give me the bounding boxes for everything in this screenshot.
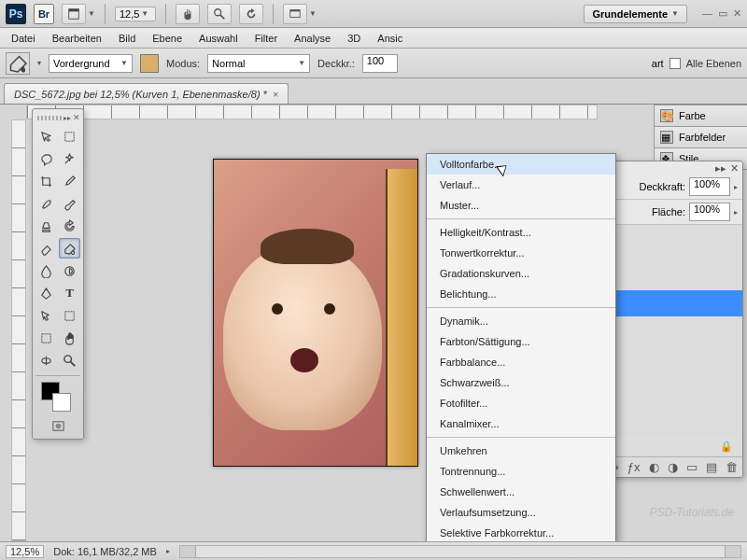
menu-separator: [427, 218, 615, 219]
eraser-tool[interactable]: [35, 238, 57, 259]
menu-item[interactable]: Helligkeit/Kontrast...: [427, 222, 615, 243]
document-tab[interactable]: DSC_5672.jpg bei 12,5% (Kurven 1, Ebenen…: [4, 83, 289, 104]
brush-tool[interactable]: [59, 193, 80, 214]
3d-rotate-tool[interactable]: [35, 350, 57, 371]
menu-analyse[interactable]: Analyse: [287, 31, 338, 46]
magic-wand-tool[interactable]: [59, 148, 80, 169]
history-brush-tool[interactable]: [59, 216, 80, 236]
doc-arrange-menu[interactable]: ▼: [62, 4, 95, 24]
hand-tool[interactable]: [59, 328, 80, 348]
window-restore-icon[interactable]: ▭: [718, 7, 727, 20]
dodge-tool[interactable]: [59, 260, 80, 281]
window-close-icon[interactable]: ✕: [733, 7, 741, 20]
status-zoom-field[interactable]: 12,5%: [6, 545, 44, 558]
panel-collapse-icon[interactable]: ▸▸: [715, 162, 726, 175]
type-tool[interactable]: T: [59, 283, 80, 303]
menu-filter[interactable]: Filter: [247, 31, 285, 46]
adjustment-layer-icon[interactable]: ◑: [668, 460, 678, 474]
layer-opacity-field[interactable]: 100%: [689, 177, 730, 196]
blend-mode-label: Modus:: [166, 58, 200, 69]
app-logo-photoshop[interactable]: Ps: [6, 4, 26, 24]
menu-item[interactable]: Tontrennung...: [427, 461, 615, 482]
menu-bearbeiten[interactable]: Bearbeiten: [45, 31, 109, 46]
menu-datei[interactable]: Datei: [4, 31, 43, 46]
delete-layer-icon[interactable]: 🗑: [726, 460, 738, 474]
panel-tab-farbfelder[interactable]: ▦Farbfelder: [654, 126, 747, 148]
panel-close-icon[interactable]: ✕: [73, 113, 80, 122]
menu-item[interactable]: Dynamik...: [427, 311, 615, 331]
menu-ebene[interactable]: Ebene: [145, 31, 190, 46]
crop-tool[interactable]: [35, 171, 57, 191]
new-layer-icon[interactable]: ▤: [706, 460, 717, 474]
fill-source-value: Vordergrund: [53, 58, 110, 69]
hand-tool-shortcut[interactable]: [176, 4, 200, 24]
zoom-tool-shortcut[interactable]: [207, 4, 232, 24]
app-logo-bridge[interactable]: Br: [34, 4, 54, 24]
healing-brush-tool[interactable]: [35, 193, 57, 214]
lock-icon[interactable]: 🔒: [720, 441, 733, 453]
menu-item[interactable]: Volltonfarbe...: [427, 154, 615, 175]
background-color-swatch[interactable]: [52, 393, 71, 412]
document-canvas[interactable]: [213, 159, 418, 467]
active-tool-icon[interactable]: [6, 52, 30, 75]
menu-item[interactable]: Farbton/Sättigung...: [427, 331, 615, 352]
status-menu-icon[interactable]: ▸: [166, 547, 170, 555]
lasso-tool[interactable]: [35, 148, 57, 169]
panel-collapse-icon[interactable]: ▸▸: [63, 114, 71, 122]
menu-item[interactable]: Selektive Farbkorrektur...: [427, 523, 615, 543]
all-layers-checkbox[interactable]: [669, 58, 681, 69]
menu-auswahl[interactable]: Auswahl: [191, 31, 246, 46]
zoom-tool[interactable]: [59, 350, 80, 371]
ruler-vertical[interactable]: [11, 119, 26, 541]
close-icon[interactable]: ×: [273, 89, 278, 100]
layer-fill-field[interactable]: 100%: [689, 203, 730, 221]
menu-item[interactable]: Schwellenwert...: [427, 482, 615, 502]
layer-row-selected[interactable]: [604, 290, 742, 316]
marquee-tool[interactable]: [59, 126, 80, 147]
fill-color-swatch[interactable]: [140, 54, 159, 73]
blur-tool[interactable]: [35, 260, 57, 281]
menu-item[interactable]: Farbbalance...: [427, 352, 615, 372]
zoom-level-field[interactable]: 12,5 ▼: [115, 7, 156, 21]
menu-item[interactable]: Muster...: [427, 195, 615, 216]
menu-item[interactable]: Verlaufsumsetzung...: [427, 502, 615, 523]
layers-list[interactable]: [604, 225, 742, 437]
fg-bg-color[interactable]: [35, 380, 80, 413]
menu-item[interactable]: Gradationskurven...: [427, 263, 615, 284]
menu-ansic[interactable]: Ansic: [370, 31, 410, 46]
layer-mask-icon[interactable]: ◐: [649, 460, 659, 474]
menu-item[interactable]: Belichtung...: [427, 284, 615, 304]
move-tool[interactable]: [35, 126, 57, 147]
menu-item[interactable]: Tonwertkorrektur...: [427, 243, 615, 263]
rotate-view-shortcut[interactable]: [239, 4, 263, 24]
clone-stamp-tool[interactable]: [35, 216, 57, 236]
menu-bild[interactable]: Bild: [111, 31, 143, 46]
workspace-switcher[interactable]: Grundelemente ▼: [584, 5, 687, 23]
path-select-tool[interactable]: [35, 305, 57, 326]
panel-tab-farbe[interactable]: 🎨Farbe: [654, 105, 747, 127]
menu-3d[interactable]: 3D: [340, 31, 368, 46]
fill-popup-icon[interactable]: ▸: [734, 208, 738, 217]
group-icon[interactable]: ▭: [686, 460, 698, 474]
panel-close-icon[interactable]: ✕: [730, 162, 739, 175]
paint-bucket-tool[interactable]: [59, 238, 80, 259]
blend-mode-select[interactable]: Normal ▼: [207, 54, 310, 73]
horizontal-scrollbar[interactable]: [179, 545, 741, 558]
menu-item[interactable]: Umkehren: [427, 441, 615, 461]
opacity-field[interactable]: 100: [362, 54, 398, 73]
window-minimize-icon[interactable]: —: [702, 7, 712, 20]
tool-preset-menu[interactable]: ▾: [37, 59, 41, 67]
pen-tool[interactable]: [35, 283, 57, 303]
notes-tool[interactable]: [35, 328, 57, 348]
opacity-popup-icon[interactable]: ▸: [734, 183, 738, 191]
menu-item[interactable]: Kanalmixer...: [427, 413, 615, 434]
shape-tool[interactable]: [59, 305, 80, 326]
eyedropper-tool[interactable]: [59, 171, 80, 191]
layer-style-icon[interactable]: ƒx: [627, 460, 641, 474]
menu-item[interactable]: Fotofilter...: [427, 393, 615, 413]
quick-mask-toggle[interactable]: [35, 415, 80, 436]
menu-item[interactable]: Schwarzweiß...: [427, 372, 615, 393]
menu-item[interactable]: Verlauf...: [427, 175, 615, 195]
fill-source-select[interactable]: Vordergrund ▼: [49, 54, 133, 73]
screen-mode-menu[interactable]: ▼: [283, 4, 317, 24]
